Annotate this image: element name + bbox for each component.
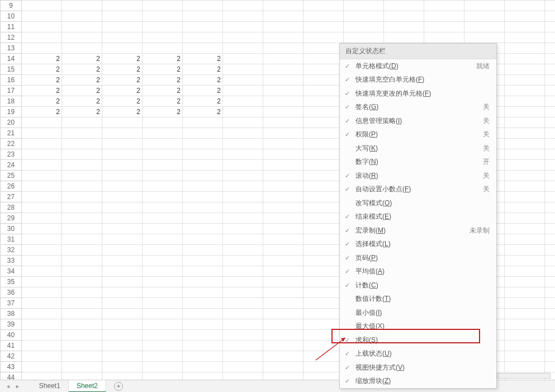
cell[interactable] — [505, 22, 545, 32]
cell[interactable] — [223, 160, 263, 171]
cell[interactable] — [263, 192, 303, 202]
cell[interactable] — [303, 319, 344, 330]
context-menu-item[interactable]: 最大值(X) — [340, 320, 496, 334]
cell[interactable] — [545, 287, 556, 298]
cell[interactable] — [22, 309, 62, 319]
cell[interactable] — [62, 341, 102, 351]
cell[interactable] — [183, 22, 223, 32]
cell[interactable]: 2 — [183, 54, 223, 64]
cell[interactable] — [183, 224, 223, 234]
cell[interactable] — [263, 107, 303, 117]
cell[interactable] — [303, 256, 344, 266]
cell[interactable] — [22, 128, 62, 139]
cell[interactable] — [505, 96, 545, 107]
cell[interactable] — [545, 202, 556, 213]
cell[interactable] — [102, 277, 143, 287]
cell[interactable] — [505, 319, 545, 330]
row-header[interactable]: 18 — [1, 96, 22, 107]
cell[interactable] — [263, 362, 303, 372]
cell[interactable] — [143, 32, 183, 43]
cell[interactable] — [143, 192, 183, 202]
cell[interactable] — [545, 298, 556, 309]
cell[interactable]: 2 — [102, 64, 143, 75]
cell[interactable] — [223, 139, 263, 149]
row-header[interactable]: 26 — [1, 181, 22, 192]
cell[interactable] — [62, 139, 102, 149]
cell[interactable] — [183, 149, 223, 160]
cell[interactable] — [545, 330, 556, 341]
cell[interactable] — [464, 32, 505, 43]
row-header[interactable]: 37 — [1, 298, 22, 309]
cell[interactable] — [263, 319, 303, 330]
cell[interactable] — [303, 330, 344, 341]
cell[interactable] — [303, 362, 344, 372]
cell[interactable] — [545, 117, 556, 128]
cell[interactable] — [183, 1, 223, 11]
cell[interactable] — [223, 202, 263, 213]
cell[interactable] — [303, 171, 344, 181]
cell[interactable] — [22, 32, 62, 43]
cell[interactable] — [223, 341, 263, 351]
row-header[interactable]: 19 — [1, 107, 22, 117]
cell[interactable] — [143, 234, 183, 245]
context-menu-item[interactable]: ✓求和(S) — [340, 333, 496, 347]
cell[interactable] — [62, 319, 102, 330]
cell[interactable] — [143, 181, 183, 192]
cell[interactable] — [223, 213, 263, 224]
cell[interactable]: 2 — [183, 64, 223, 75]
cell[interactable] — [143, 372, 183, 380]
row-header[interactable]: 25 — [1, 171, 22, 181]
cell[interactable] — [143, 277, 183, 287]
cell[interactable] — [183, 139, 223, 149]
cell[interactable] — [183, 11, 223, 22]
cell[interactable] — [505, 362, 545, 372]
cell[interactable] — [303, 107, 344, 117]
cell[interactable] — [22, 372, 62, 380]
cell[interactable] — [545, 362, 556, 372]
row-header[interactable]: 22 — [1, 139, 22, 149]
cell[interactable] — [223, 192, 263, 202]
cell[interactable] — [505, 266, 545, 277]
cell[interactable] — [223, 298, 263, 309]
row-header[interactable]: 21 — [1, 128, 22, 139]
cell[interactable] — [505, 86, 545, 96]
cell[interactable] — [505, 224, 545, 234]
cell[interactable] — [505, 149, 545, 160]
cell[interactable] — [22, 224, 62, 234]
row-header[interactable]: 43 — [1, 362, 22, 372]
cell[interactable] — [505, 277, 545, 287]
add-sheet-button[interactable]: + — [114, 382, 123, 391]
cell[interactable] — [263, 309, 303, 319]
cell[interactable] — [62, 372, 102, 380]
cell[interactable] — [62, 330, 102, 341]
cell[interactable] — [263, 202, 303, 213]
cell[interactable] — [303, 298, 344, 309]
row-header[interactable]: 29 — [1, 213, 22, 224]
context-menu-item[interactable]: ✓平均值(A) — [340, 265, 496, 279]
cell[interactable] — [143, 245, 183, 256]
cell[interactable]: 2 — [22, 96, 62, 107]
cell[interactable] — [505, 234, 545, 245]
cell[interactable] — [183, 256, 223, 266]
cell[interactable] — [102, 128, 143, 139]
cell[interactable] — [62, 160, 102, 171]
cell[interactable] — [303, 86, 344, 96]
cell[interactable] — [22, 139, 62, 149]
cell[interactable] — [303, 32, 344, 43]
cell[interactable]: 2 — [102, 86, 143, 96]
cell[interactable] — [183, 160, 223, 171]
cell[interactable] — [143, 351, 183, 362]
cell[interactable] — [143, 171, 183, 181]
row-header[interactable]: 13 — [1, 43, 22, 54]
cell[interactable] — [545, 351, 556, 362]
cell[interactable] — [303, 277, 344, 287]
cell[interactable] — [263, 224, 303, 234]
context-menu-item[interactable]: 最小值(I) — [340, 306, 496, 320]
cell[interactable] — [223, 75, 263, 86]
cell[interactable] — [223, 319, 263, 330]
cell[interactable] — [303, 1, 344, 11]
cell[interactable] — [303, 43, 344, 54]
context-menu-item[interactable]: ✓缩放滑块(Z) — [340, 375, 496, 389]
cell[interactable] — [223, 107, 263, 117]
cell[interactable] — [263, 341, 303, 351]
